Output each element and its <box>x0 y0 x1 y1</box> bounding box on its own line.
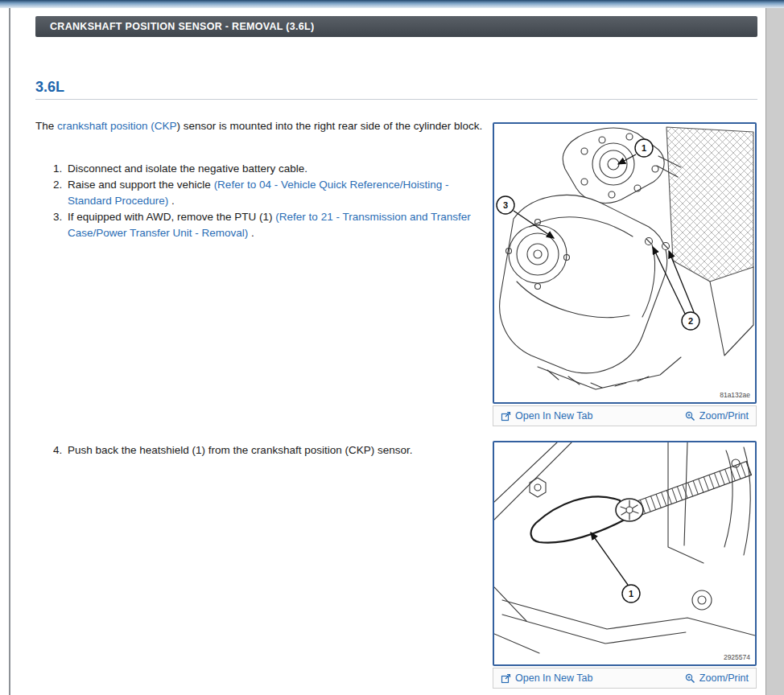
service-manual-page: CRANKSHAFT POSITION SENSOR - REMOVAL (3.… <box>0 0 784 695</box>
procedure-step: 1. Disconnect and isolate the negative b… <box>53 161 488 177</box>
engine-ptu-diagram[interactable]: 1 3 2 81a132ae <box>494 124 755 402</box>
callout-marker-1: 1 <box>635 139 653 157</box>
procedure-list: 1. Disconnect and isolate the negative b… <box>53 161 488 241</box>
callout-arrows <box>591 533 628 585</box>
svg-text:2: 2 <box>688 316 693 326</box>
zoom-print-link[interactable]: Zoom/Print <box>685 410 749 422</box>
step-text: Raise and support the vehicle <box>68 179 214 191</box>
heading-divider <box>35 99 757 100</box>
step-text: . <box>248 227 254 239</box>
svg-text:3: 3 <box>503 200 508 210</box>
figure-id-label: 2925574 <box>724 653 750 661</box>
link-label: Open In New Tab <box>515 410 592 422</box>
step-text: Push back the heatshield (1) from the cr… <box>68 444 412 456</box>
step-number: 1. <box>53 161 68 177</box>
ckp-heatshield-diagram[interactable]: 1 2925574 <box>494 442 755 664</box>
open-in-new-tab-icon <box>501 411 511 422</box>
figure-2-toolbar: Open In New Tab Zoom/Print <box>493 668 757 689</box>
link-label: Open In New Tab <box>515 672 592 684</box>
intro-text: The <box>35 120 57 132</box>
open-in-new-tab-link[interactable]: Open In New Tab <box>501 672 592 684</box>
open-in-new-tab-link[interactable]: Open In New Tab <box>501 410 592 422</box>
step-number: 2. <box>53 177 68 209</box>
procedure-step: 4. Push back the heatshield (1) from the… <box>53 442 488 459</box>
step-text: If equipped with AWD, remove the PTU (1) <box>68 211 275 223</box>
procedure-step: 2. Raise and support the vehicle (Refer … <box>53 177 488 209</box>
procedure-step-4-wrap: 4. Push back the heatshield (1) from the… <box>53 442 488 459</box>
open-in-new-tab-icon <box>501 673 511 684</box>
ckp-sensor-link[interactable]: crankshaft position (CKP <box>57 120 177 132</box>
diagram-art <box>500 127 753 389</box>
svg-text:1: 1 <box>642 143 646 153</box>
section-heading: 3.6L <box>35 79 64 96</box>
callout-marker-3: 3 <box>497 196 514 214</box>
article-title: CRANKSHAFT POSITION SENSOR - REMOVAL (3.… <box>50 21 314 32</box>
step-text: Disconnect and isolate the negative batt… <box>68 162 307 175</box>
zoom-icon <box>685 411 695 422</box>
procedure-step: 3. If equipped with AWD, remove the PTU … <box>53 209 488 241</box>
zoom-icon <box>685 673 695 684</box>
link-label: Zoom/Print <box>699 672 749 684</box>
figure-2: 1 2925574 <box>493 441 757 666</box>
intro-paragraph: The crankshaft position (CKP) sensor is … <box>35 118 486 134</box>
callout-marker-2: 2 <box>682 312 699 330</box>
callout-marker-1: 1 <box>622 585 640 602</box>
figure-1: 1 3 2 81a132ae <box>493 122 757 404</box>
step-number: 3. <box>53 209 68 241</box>
scrollbar-track[interactable] <box>765 8 784 695</box>
step-number: 4. <box>53 442 68 459</box>
window-top-border <box>0 0 784 8</box>
zoom-print-link[interactable]: Zoom/Print <box>685 672 749 684</box>
step-text: . <box>168 195 175 207</box>
figure-1-toolbar: Open In New Tab Zoom/Print <box>493 405 757 426</box>
link-label: Zoom/Print <box>699 410 749 422</box>
figure-id-label: 81a132ae <box>720 391 750 399</box>
svg-text:1: 1 <box>629 589 633 598</box>
page-left-border <box>9 8 10 695</box>
diagram-art <box>494 442 755 653</box>
intro-text: ) sensor is mounted into the right rear … <box>177 120 483 132</box>
article-header-bar: CRANKSHAFT POSITION SENSOR - REMOVAL (3.… <box>35 16 757 37</box>
